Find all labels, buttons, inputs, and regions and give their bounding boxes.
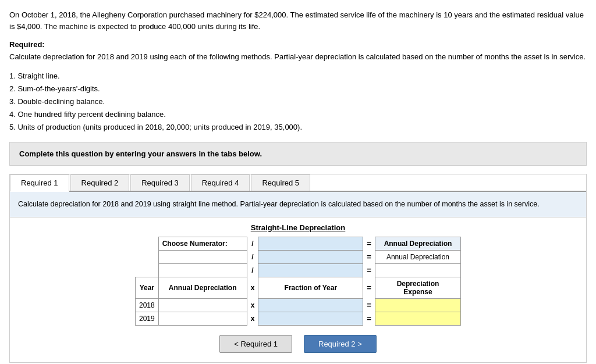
slash-icon-1: / xyxy=(247,237,258,250)
data-row-2019: 2019 x = xyxy=(136,312,461,325)
denominator-input[interactable] xyxy=(258,237,363,250)
equals-3: = xyxy=(363,263,375,277)
x-symbol-header: x xyxy=(247,277,258,298)
depreciation-table-container: Straight-Line Depreciation Choose Numera… xyxy=(10,217,586,362)
method-5: 5. Units of production (units produced i… xyxy=(9,121,587,134)
numerator-input-row2-field[interactable] xyxy=(161,253,244,261)
numerator-input-row3[interactable] xyxy=(158,263,247,277)
tab-required-1[interactable]: Required 1 xyxy=(10,174,69,192)
numerator-input-row3-field[interactable] xyxy=(161,266,244,274)
depreciation-table: Choose Numerator: / = Annual Depreciatio… xyxy=(135,237,461,326)
tabs-row: Required 1 Required 2 Required 3 Require… xyxy=(10,174,586,192)
denominator-text-input[interactable] xyxy=(261,240,360,248)
dep-expense-header: Depreciation Expense xyxy=(375,277,460,298)
tab-required-2[interactable]: Required 2 xyxy=(70,174,130,191)
x-symbol-2019: x xyxy=(247,312,258,325)
denominator-input-row2[interactable] xyxy=(258,250,363,263)
tab-content-description: Calculate depreciation for 2018 and 2019… xyxy=(10,192,586,217)
tab-required-4[interactable]: Required 4 xyxy=(191,174,250,191)
dep-expense-line1: Depreciation xyxy=(397,280,439,288)
annual-dep-value-row2: Annual Depreciation xyxy=(375,250,460,263)
fraction-2019-input[interactable] xyxy=(261,315,360,323)
back-button[interactable]: < Required 1 xyxy=(219,335,292,353)
instruction-text: Complete this question by entering your … xyxy=(19,149,262,158)
tabs-container: Required 1 Required 2 Required 3 Require… xyxy=(9,174,587,363)
methods-list: 1. Straight line. 2. Sum-of-the-years'-d… xyxy=(9,70,587,134)
fraction-2018-input[interactable] xyxy=(261,301,360,309)
required-label: Required: xyxy=(9,40,587,49)
fraction-2019[interactable] xyxy=(258,312,363,325)
slash-icon-3: / xyxy=(247,263,258,277)
year-header: Year xyxy=(136,277,159,298)
method-3: 3. Double-declining balance. xyxy=(9,95,587,108)
tab-required-3[interactable]: Required 3 xyxy=(130,174,190,191)
data-header-row: Year Annual Depreciation x Fraction of Y… xyxy=(136,277,461,298)
dep-expense-2018-input[interactable] xyxy=(379,301,457,309)
denominator-input-row2-field[interactable] xyxy=(261,253,360,261)
annual-dep-2019[interactable] xyxy=(158,312,247,325)
table-title: Straight-Line Depreciation xyxy=(18,223,578,232)
x-symbol-2018: x xyxy=(247,298,258,312)
intro-text: On October 1, 2018, the Allegheny Corpor… xyxy=(9,10,584,31)
intro-paragraph: On October 1, 2018, the Allegheny Corpor… xyxy=(9,9,587,32)
numerator-label: Choose Numerator: xyxy=(158,237,247,250)
tab-required-5[interactable]: Required 5 xyxy=(251,174,310,191)
annual-dep-value-row3[interactable] xyxy=(375,263,460,277)
data-row-2018: 2018 x = xyxy=(136,298,461,312)
dep-expense-2019[interactable] xyxy=(375,312,460,325)
dep-expense-2018[interactable] xyxy=(375,298,460,312)
annual-dep-2019-input[interactable] xyxy=(161,315,244,323)
equals-2019: = xyxy=(363,312,375,325)
annual-dep-2018[interactable] xyxy=(158,298,247,312)
tab-description-text: Calculate depreciation for 2018 and 2019… xyxy=(18,200,540,208)
table-row-2: / = Annual Depreciation xyxy=(136,250,461,263)
equals-2018: = xyxy=(363,298,375,312)
method-4: 4. One hundred fifty percent declining b… xyxy=(9,108,587,121)
table-header-row-1: Choose Numerator: / = Annual Depreciatio… xyxy=(136,237,461,250)
denominator-input-row3[interactable] xyxy=(258,263,363,277)
table-row-3: / = xyxy=(136,263,461,277)
numerator-input-row2[interactable] xyxy=(158,250,247,263)
equals-2: = xyxy=(363,250,375,263)
equals-data-header: = xyxy=(363,277,375,298)
annual-dep-input-row3[interactable] xyxy=(379,266,457,274)
annual-depreciation-header: Annual Depreciation xyxy=(375,237,460,250)
annual-dep-col-header: Annual Depreciation xyxy=(158,277,247,298)
fraction-2018[interactable] xyxy=(258,298,363,312)
dep-expense-line2: Expense xyxy=(403,288,432,296)
denominator-input-row3-field[interactable] xyxy=(261,266,360,274)
required-description: Calculate depreciation for 2018 and 2019… xyxy=(9,51,587,63)
bottom-buttons: < Required 1 Required 2 > xyxy=(18,335,578,353)
year-2018: 2018 xyxy=(136,298,159,312)
instruction-box: Complete this question by entering your … xyxy=(9,142,587,166)
method-2: 2. Sum-of-the-years'-digits. xyxy=(9,83,587,95)
next-button[interactable]: Required 2 > xyxy=(304,335,377,353)
year-2019: 2019 xyxy=(136,312,159,325)
fraction-year-header: Fraction of Year xyxy=(258,277,363,298)
dep-expense-2019-input[interactable] xyxy=(379,315,457,323)
method-1: 1. Straight line. xyxy=(9,70,587,83)
slash-icon-2: / xyxy=(247,250,258,263)
equals-1: = xyxy=(363,237,375,250)
annual-dep-2018-input[interactable] xyxy=(161,301,244,309)
